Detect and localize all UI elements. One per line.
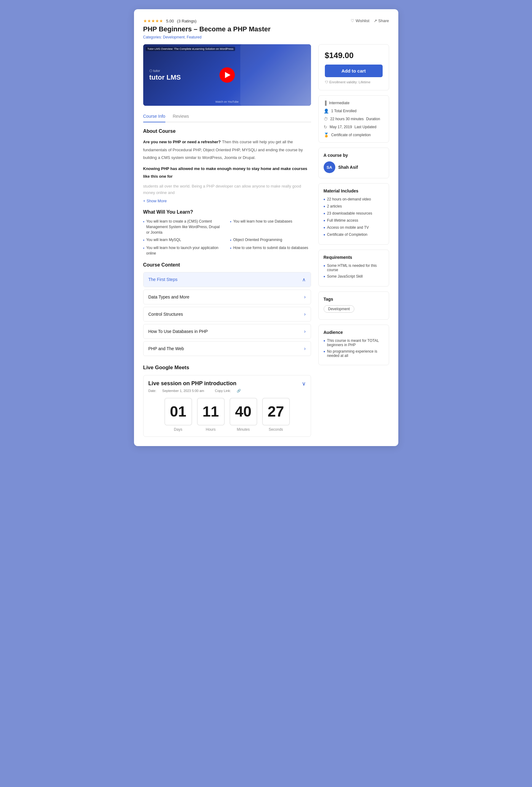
- meta-duration: ⏱ 22 hours 30 minutes Duration: [324, 116, 384, 122]
- author-name[interactable]: Shah Asif: [338, 165, 358, 170]
- bullet-icon: •: [143, 246, 145, 251]
- accordion-header-3[interactable]: How To Use Databases in PHP ›: [144, 324, 311, 339]
- accordion-item-4: PHP and The Web ›: [143, 341, 311, 356]
- accordion-header-2[interactable]: Control Structures ›: [144, 307, 311, 321]
- wishlist-link[interactable]: ♡ Wishlist: [351, 18, 369, 23]
- learn-item-4: • Object Oriented Programming: [230, 237, 311, 243]
- dot-icon: •: [324, 263, 325, 269]
- rating-row: ★★★★★ 5.00 (3 Ratings): [143, 18, 197, 23]
- course-content-heading: Course Content: [143, 262, 311, 268]
- sidebar: $149.00 Add to cart 🛡 Enrollment validit…: [318, 44, 389, 370]
- requirement-0: • Some HTML is needed for this course: [324, 263, 384, 272]
- author-avatar: SA: [324, 162, 335, 173]
- countdown-hours: 11 Hours: [197, 398, 225, 432]
- show-more-btn[interactable]: + Show More: [143, 198, 311, 203]
- about-paragraph-1: Are you new to PHP or need a refresher? …: [143, 138, 311, 162]
- dot-icon: •: [324, 274, 325, 279]
- live-card: Live session on PHP introduction ∨ Date:…: [143, 375, 311, 437]
- chevron-right-icon: ›: [304, 328, 305, 334]
- accordion-item-3: How To Use Databases in PHP ›: [143, 324, 311, 339]
- tab-course-info[interactable]: Course Info: [143, 111, 165, 122]
- live-session-header: Live session on PHP introduction ∨: [148, 380, 306, 387]
- countdown: 01 Days 11 Hours 40 Minutes 27: [148, 398, 306, 432]
- learn-section: What Will You Learn? • You will learn to…: [143, 209, 311, 256]
- dot-icon: •: [324, 218, 325, 223]
- material-item-1: • 2 articles: [324, 204, 384, 209]
- seconds-value: 27: [262, 398, 290, 425]
- requirement-1: • Some JavaScript Skill: [324, 274, 384, 279]
- bar-chart-icon: ▐: [324, 101, 327, 105]
- enrollment-validity: 🛡 Enrollment validity: Lifetime: [325, 80, 383, 84]
- material-heading: Material Includes: [324, 188, 384, 193]
- dot-icon: •: [324, 339, 325, 343]
- minutes-value: 40: [230, 398, 257, 425]
- seconds-label: Seconds: [262, 427, 290, 432]
- rating-score: 5.00: [166, 19, 174, 23]
- play-triangle: [225, 72, 231, 78]
- video-inner: Tutor LMS Overview: The Complete eLearni…: [143, 44, 311, 106]
- dot-icon: •: [324, 349, 325, 354]
- about-faded-text: students all over the world. Being a PHP…: [143, 183, 311, 196]
- page-card: ★★★★★ 5.00 (3 Ratings) ♡ Wishlist ↗ Shar…: [134, 9, 398, 446]
- logo-subtitle: ⬡ tutor: [149, 69, 181, 73]
- author-row: SA Shah Asif: [324, 162, 384, 173]
- category-development[interactable]: Development: [163, 35, 185, 39]
- accordion-header-4[interactable]: PHP and The Web ›: [144, 342, 311, 356]
- meta-updated: ↻ May 17, 2019 Last Updated: [324, 125, 384, 129]
- about-section: About Course Are you new to PHP or need …: [143, 128, 311, 203]
- category-featured[interactable]: Featured: [187, 35, 201, 39]
- tag-development[interactable]: Development: [324, 305, 355, 313]
- tags-section: Tags Development: [318, 292, 389, 320]
- live-heading: Live Google Meets: [143, 365, 311, 371]
- requirements-section: Requirements • Some HTML is needed for t…: [318, 250, 389, 286]
- add-to-cart-button[interactable]: Add to cart: [325, 65, 383, 77]
- video-thumbnail[interactable]: Tutor LMS Overview: The Complete eLearni…: [143, 44, 311, 106]
- dot-icon: •: [324, 204, 325, 209]
- course-content-section: Course Content The First Steps ∧ Data Ty…: [143, 262, 311, 356]
- learn-item-2: • You will learn how to launch your appl…: [143, 245, 224, 256]
- accordion-item-1: Data Types and More ›: [143, 290, 311, 304]
- course-meta-box: ▐ Intermediate 👤 1 Total Enrolled ⏱ 22 h…: [318, 95, 389, 143]
- meta-level: ▐ Intermediate: [324, 101, 384, 105]
- chevron-right-icon: ›: [304, 346, 305, 352]
- bullet-icon: •: [230, 246, 231, 251]
- hours-value: 11: [197, 398, 225, 425]
- bullet-icon: •: [230, 238, 231, 243]
- chevron-down-icon[interactable]: ∨: [302, 380, 306, 387]
- refresh-icon: ↻: [324, 125, 327, 129]
- about-heading: About Course: [143, 128, 311, 134]
- live-session-title: Live session on PHP introduction: [148, 380, 237, 387]
- clock-icon: ⏱: [324, 116, 328, 122]
- days-value: 01: [165, 398, 192, 425]
- copy-link[interactable]: Copy Link: 🔗: [215, 389, 246, 392]
- tags-heading: Tags: [324, 297, 384, 302]
- dot-icon: •: [324, 211, 325, 216]
- live-meta: Date: September 1, 2023 5:00 am Copy Lin…: [148, 389, 306, 393]
- audience-1: • No programming experience is needed at…: [324, 349, 384, 358]
- days-label: Days: [165, 427, 192, 432]
- material-item-5: • Certificate of Completion: [324, 232, 384, 237]
- accordion-item-2: Control Structures ›: [143, 307, 311, 322]
- minutes-label: Minutes: [230, 427, 257, 432]
- main-layout: Tutor LMS Overview: The Complete eLearni…: [143, 44, 389, 437]
- countdown-seconds: 27 Seconds: [262, 398, 290, 432]
- tab-reviews[interactable]: Reviews: [173, 111, 189, 122]
- accordion-header-1[interactable]: Data Types and More ›: [144, 290, 311, 304]
- author-heading: A course by: [324, 153, 384, 158]
- material-item-0: • 22 hours on-demand video: [324, 197, 384, 202]
- categories-line: Categories: Development, Featured: [143, 35, 389, 39]
- countdown-minutes: 40 Minutes: [230, 398, 257, 432]
- learn-grid: • You will learn to create a (CMS) Conte…: [143, 218, 311, 256]
- accordion-item-0: The First Steps ∧: [143, 272, 311, 287]
- play-button[interactable]: [219, 67, 235, 83]
- dot-icon: •: [324, 225, 325, 230]
- share-link[interactable]: ↗ Share: [374, 18, 389, 23]
- learn-item-1: • You will learn MySQL: [143, 237, 224, 243]
- learn-item-5: • How to use forms to submit data to dat…: [230, 245, 311, 256]
- audience-heading: Audience: [324, 330, 384, 335]
- material-item-4: • Access on mobile and TV: [324, 225, 384, 230]
- material-section: Material Includes • 22 hours on-demand v…: [318, 183, 389, 245]
- chevron-up-icon: ∧: [302, 277, 306, 282]
- accordion-header-0[interactable]: The First Steps ∧: [144, 272, 311, 287]
- material-item-3: • Full lifetime access: [324, 218, 384, 223]
